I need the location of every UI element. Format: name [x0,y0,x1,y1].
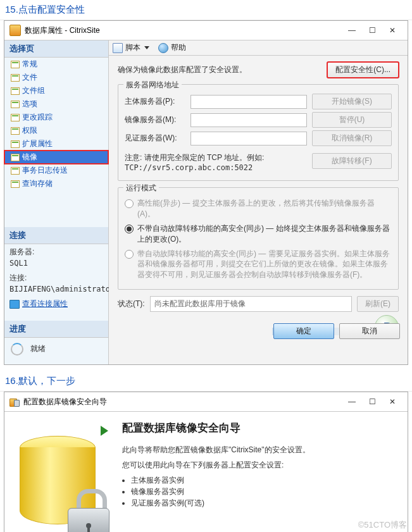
window-title: 数据库属性 - CitrixSite [25,25,342,36]
note-line1: 注意: 请使用完全限定的 TCP 地址。例如: [125,153,264,162]
step-15-caption: 15.点击配置安全性 [0,0,412,20]
connection-info: 服务器: SQL1 连接: BIJIAFENG\administrator 查看… [4,244,108,312]
wizard-li-principal: 主体服务器实例 [131,474,310,486]
progress-header: 进度 [4,321,108,338]
script-dropdown[interactable]: 脚本 [125,42,140,53]
mirror-input[interactable] [190,113,307,127]
connection-header: 连接 [4,227,108,244]
select-page-header: 选择页 [4,40,108,58]
status-text: 尚未配置此数据库用于镜像 [150,296,352,312]
mode-label: 不带自动故障转移功能的高安全(同步) — 始终提交主体服务器和镜像服务器上的更改… [137,223,392,245]
server-network-group: 服务器网络地址 主体服务器(P): 开始镜像(S) 镜像服务器(M): 暂停(U… [118,84,399,181]
connection-icon [9,300,20,309]
nav-log-shipping[interactable]: 事务日志传送 [4,164,108,177]
wizard-title: 配置数据库镜像安全向导 [23,397,342,407]
wizard-p1: 此向导将帮助您配置镜像数据库"CitrixSite"的安全设置。 [122,444,310,455]
witness-input[interactable] [190,132,307,145]
radio-icon [125,199,134,208]
script-icon [113,43,123,53]
view-connection-link[interactable]: 查看连接属性 [9,299,103,309]
progress-text: 就绪 [30,344,46,353]
minimize-button[interactable]: — [342,23,362,37]
wizard-window: 配置数据库镜像安全向导 — ☐ ✕ 配置数据库镜像安全向导 此向导将帮助您配置镜… [4,392,408,532]
help-icon [158,43,168,53]
nav-label: 选项 [22,99,37,109]
nav-label: 事务日志传送 [22,165,68,176]
failover-button: 故障转移(F) [312,153,392,169]
group-title-mode: 运行模式 [123,183,159,194]
step-16-caption: 16.默认，下一步 [0,371,412,392]
nav-options[interactable]: 选项 [4,97,108,111]
maximize-button[interactable]: ☐ [362,395,382,409]
ensure-security-text: 确保为镜像此数据库配置了安全设置。 [118,65,247,75]
server-value: SQL1 [9,257,103,273]
principal-label: 主体服务器(P): [125,96,185,107]
copyright-text: ©51CTO博客 [358,519,407,531]
page-icon [11,140,20,148]
radio-icon [125,225,134,233]
mode-label: 高性能(异步) — 提交主体服务器上的更改，然后将其传输到镜像服务器(A)。 [137,198,392,220]
refresh-button: 刷新(E) [357,296,399,312]
nav-change-tracking[interactable]: 更改跟踪 [4,111,108,124]
page-icon [11,114,20,121]
close-button[interactable]: ✕ [382,395,403,409]
progress-spinner-icon [11,343,23,356]
database-icon [9,25,21,36]
page-icon [11,180,20,188]
right-panel: 脚本 帮助 确保为镜像此数据库配置了安全设置。 配置安全性(C)... ↖ 服务… [109,40,408,364]
nav-label: 文件 [22,72,37,83]
page-icon [11,101,20,108]
ok-button[interactable]: 确定 [273,323,334,339]
configure-security-button[interactable]: 配置安全性(C)... [327,62,399,78]
page-icon [11,167,20,175]
wizard-heading: 配置数据库镜像安全向导 [122,421,310,435]
nav-extended[interactable]: 扩展属性 [4,137,108,151]
nav-label: 查询存储 [22,178,53,189]
arrow-right-icon [101,426,108,436]
window-controls: — ☐ ✕ [342,23,403,37]
page-icon [11,154,20,161]
mirror-label: 镜像服务器(M): [125,114,185,125]
nav-permissions[interactable]: 权限 [4,124,108,137]
mode-label: 带自动故障转移功能的高安全(同步) — 需要见证服务器实例。如果主体服务器和镜像… [137,249,392,280]
nav-label: 更改跟踪 [22,112,53,123]
page-icon [11,74,20,82]
nav-query-store[interactable]: 查询存储 [4,177,108,190]
start-mirror-button: 开始镜像(S) [312,94,392,109]
link-text: 查看连接属性 [22,299,68,308]
login-label: 连接: [9,273,103,283]
nav-filegroups[interactable]: 文件组 [4,84,108,97]
wizard-title-bar: 配置数据库镜像安全向导 — ☐ ✕ [4,392,408,412]
close-button[interactable]: ✕ [382,23,403,37]
nav-general[interactable]: 常规 [4,58,108,71]
wizard-text: 配置数据库镜像安全向导 此向导将帮助您配置镜像数据库"CitrixSite"的安… [122,416,310,532]
chevron-down-icon [144,46,149,49]
group-title-network: 服务器网络地址 [123,80,182,90]
operating-mode-group: 运行模式 高性能(异步) — 提交主体服务器上的更改，然后将其传输到镜像服务器(… [118,187,399,290]
cancel-button[interactable]: 取消 [339,323,400,339]
nav-label: 常规 [22,59,37,70]
note-line2: TCP://svr5.corp.abc.com:5022 [125,163,253,172]
principal-input[interactable] [190,95,307,109]
pause-button: 暂停(U) [312,112,392,128]
toolbar: 脚本 帮助 [109,40,408,56]
cancel-mirror-button: 取消镜像(R) [312,130,392,146]
wizard-illustration [12,418,113,532]
nav-mirroring[interactable]: 镜像 [4,151,108,164]
progress-area: 就绪 [4,338,108,364]
page-icon [11,87,20,95]
nav-label: 权限 [22,125,37,136]
mode-safe-no-auto[interactable]: 不带自动故障转移功能的高安全(同步) — 始终提交主体服务器和镜像服务器上的更改… [125,223,392,245]
mode-high-performance: 高性能(异步) — 提交主体服务器上的更改，然后将其传输到镜像服务器(A)。 [125,198,392,220]
maximize-button[interactable]: ☐ [362,23,382,37]
nav-label: 文件组 [22,85,45,96]
nav-files[interactable]: 文件 [4,71,108,84]
minimize-button[interactable]: — [342,395,362,409]
radio-icon [125,250,134,259]
login-value: BIJIAFENG\administrator [9,283,103,299]
status-label: 状态(T): [118,299,145,309]
db-properties-window: 数据库属性 - CitrixSite — ☐ ✕ 选择页 常规 文件 文件组 选… [4,20,408,365]
wizard-li-mirror: 镜像服务器实例 [131,486,310,497]
wizard-icon [9,397,20,407]
help-button[interactable]: 帮助 [171,42,186,53]
